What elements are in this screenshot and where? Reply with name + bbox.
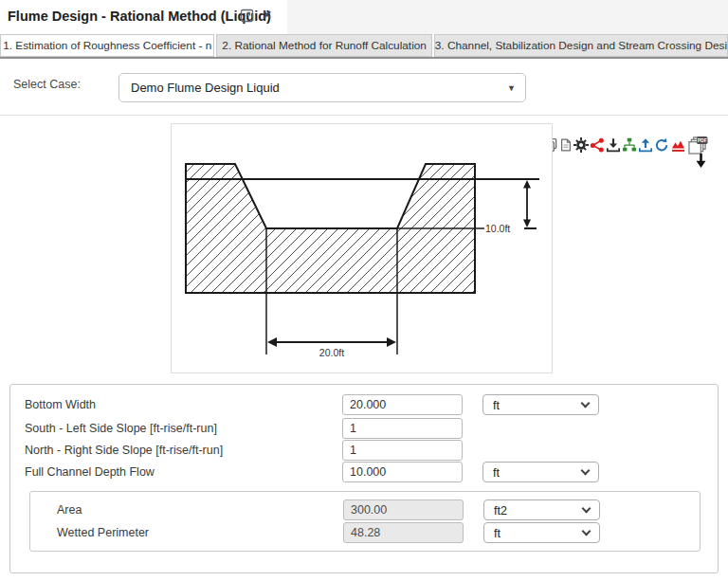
depth-flow-unit-value: ft (493, 466, 500, 480)
width-dimension-arrow (267, 337, 396, 347)
dropdown-caret-icon: ▼ (507, 83, 516, 93)
wetted-perimeter-output (343, 522, 464, 543)
chevron-down-icon (581, 399, 591, 409)
bottom-width-label: Bottom Width (25, 398, 96, 411)
depth-dimension-arrow (523, 180, 531, 227)
pdf-badge-label: PDF (698, 138, 707, 143)
cross-section-drawing: 10.0ft 20.0ft (172, 124, 554, 374)
result-row-area: Area ft2 (30, 499, 728, 520)
sitemap-icon[interactable] (622, 137, 637, 153)
tab-roughness-coefficient[interactable]: 1. Estimation of Roughness Coefficient -… (0, 34, 214, 57)
depth-dimension-label: 10.0ft (485, 223, 510, 234)
case-selector-row: Select Case: Demo Flume Design Liquid ▼ (0, 59, 728, 116)
case-dropdown[interactable]: Demo Flume Design Liquid ▼ (118, 73, 526, 102)
tab-channel-design[interactable]: 3. Channel, Stabilization Design and Str… (434, 34, 728, 57)
area-chart-icon[interactable] (670, 137, 686, 153)
result-row-wetted-perimeter: Wetted Perimeter ft (30, 522, 728, 543)
flume-design-window: Flume Design - Rational Method (Liquid) … (0, 0, 728, 581)
area-unit-select[interactable]: ft2 (483, 499, 600, 520)
share-icon[interactable] (590, 137, 605, 153)
left-slope-input[interactable] (342, 418, 463, 439)
field-row-right-slope: North - Right Side Slope [ft-rise/ft-run… (10, 440, 718, 461)
right-slope-label: North - Right Side Slope [ft-rise/ft-run… (25, 444, 223, 457)
right-slope-input[interactable] (342, 440, 463, 461)
window-titlebar: Flume Design - Rational Method (Liquid) … (0, 0, 728, 34)
field-row-left-slope: South - Left Side Slope [ft-rise/ft-run] (10, 418, 718, 439)
depth-flow-label: Full Channel Depth Flow (25, 465, 155, 479)
export-file-icon[interactable] (559, 137, 573, 153)
channel-cross-section-diagram: 10.0ft 20.0ft (171, 123, 553, 373)
undo-icon[interactable] (654, 137, 669, 153)
close-icon[interactable]: × (263, 6, 271, 25)
width-dimension-label: 20.0ft (319, 347, 344, 358)
page-title: Flume Design - Rational Method (Liquid) (8, 9, 271, 24)
case-dropdown-value: Demo Flume Design Liquid (131, 81, 280, 95)
bottom-width-input[interactable] (342, 394, 463, 415)
bottom-width-unit-value: ft (493, 399, 500, 412)
chevron-down-icon (582, 504, 592, 514)
scroll-down-arrow-icon[interactable] (694, 153, 708, 172)
pdf-stack-icon[interactable]: PDF (687, 136, 708, 154)
settings-gear-icon[interactable] (573, 137, 589, 153)
tab-bar: 1. Estimation of Roughness Coefficient -… (0, 34, 728, 57)
select-case-label: Select Case: (13, 78, 81, 91)
wetted-perimeter-unit-select[interactable]: ft (483, 522, 600, 543)
titlebar-background (287, 0, 728, 34)
area-label: Area (57, 503, 82, 517)
tab-rational-method[interactable]: 2. Rational Method for Runoff Calculatio… (216, 34, 431, 57)
upload-icon[interactable] (638, 137, 653, 153)
wetted-perimeter-unit-value: ft (494, 527, 500, 540)
bottom-width-unit-select[interactable]: ft (482, 394, 599, 415)
chevron-down-icon (581, 466, 591, 476)
field-row-bottom-width: Bottom Width ft (10, 394, 718, 415)
open-in-new-window-icon[interactable] (240, 9, 255, 24)
chevron-down-icon (582, 527, 592, 536)
computed-results-box: Area ft2 Wetted Perimeter ft (29, 491, 701, 552)
wetted-perimeter-label: Wetted Perimeter (57, 526, 149, 539)
area-unit-value: ft2 (494, 504, 507, 517)
left-slope-label: South - Left Side Slope [ft-rise/ft-run] (25, 422, 217, 435)
download-icon[interactable] (606, 137, 621, 153)
depth-flow-input[interactable] (342, 462, 463, 482)
field-row-depth-flow: Full Channel Depth Flow ft (10, 462, 718, 482)
area-output (343, 499, 464, 520)
case-toolbar: PDF (528, 136, 708, 154)
channel-parameters-panel: Bottom Width ft South - Left Side Slope … (9, 384, 719, 573)
depth-flow-unit-select[interactable]: ft (482, 462, 599, 482)
